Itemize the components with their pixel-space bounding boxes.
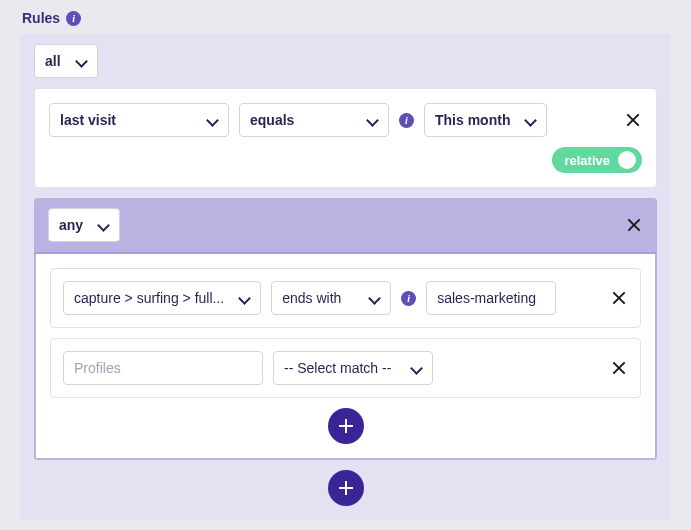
info-icon[interactable]: i (399, 113, 414, 128)
rule-row: Profiles -- Select match -- (50, 338, 641, 398)
operator-label: ends with (282, 290, 341, 306)
value-label: This month (435, 112, 510, 128)
operator-label: equals (250, 112, 294, 128)
plus-icon (339, 419, 353, 433)
info-icon[interactable]: i (66, 11, 81, 26)
chevron-down-icon (97, 221, 109, 229)
operator-select[interactable]: equals (239, 103, 389, 137)
field-input[interactable]: Profiles (63, 351, 263, 385)
relative-label: relative (564, 153, 610, 168)
combinator-label: any (59, 217, 83, 233)
field-select[interactable]: last visit (49, 103, 229, 137)
rules-title: Rules (22, 10, 60, 26)
chevron-down-icon (75, 57, 87, 65)
combinator-label: all (45, 53, 61, 69)
field-label: capture > surfing > full... (74, 290, 224, 306)
toggle-knob (618, 151, 636, 169)
add-rule-button[interactable] (328, 470, 364, 506)
outer-group-header: all (20, 34, 671, 88)
chevron-down-icon (206, 116, 218, 124)
operator-placeholder: -- Select match -- (284, 360, 391, 376)
relative-toggle[interactable]: relative (552, 147, 642, 173)
remove-rule-button[interactable] (624, 111, 642, 129)
remove-group-button[interactable] (625, 216, 643, 234)
remove-rule-button[interactable] (610, 359, 628, 377)
operator-select[interactable]: ends with (271, 281, 391, 315)
chevron-down-icon (366, 116, 378, 124)
value-text: sales-marketing (437, 290, 536, 306)
rules-header: Rules i (20, 10, 671, 26)
chevron-down-icon (238, 294, 250, 302)
relative-toggle-row: relative (49, 147, 642, 173)
inner-rule-group: any capture > surfing > full... ends wit… (34, 198, 657, 460)
field-select[interactable]: capture > surfing > full... (63, 281, 261, 315)
operator-select[interactable]: -- Select match -- (273, 351, 433, 385)
combinator-select-any[interactable]: any (48, 208, 120, 242)
inner-group-body: capture > surfing > full... ends with i … (34, 254, 657, 460)
chevron-down-icon (524, 116, 536, 124)
info-icon[interactable]: i (401, 291, 416, 306)
field-placeholder: Profiles (74, 360, 121, 376)
value-input[interactable]: sales-marketing (426, 281, 556, 315)
rule-row: last visit equals i This month (49, 103, 642, 137)
plus-icon (339, 481, 353, 495)
combinator-select-all[interactable]: all (34, 44, 98, 78)
inner-group-header: any (34, 198, 657, 254)
chevron-down-icon (410, 364, 422, 372)
remove-rule-button[interactable] (610, 289, 628, 307)
rule-row: capture > surfing > full... ends with i … (50, 268, 641, 328)
field-label: last visit (60, 112, 116, 128)
outer-rule-group: all last visit equals i This month (20, 34, 671, 520)
rules-body: last visit equals i This month relative (20, 88, 671, 520)
rule-card: last visit equals i This month relative (34, 88, 657, 188)
value-select[interactable]: This month (424, 103, 547, 137)
add-rule-button[interactable] (328, 408, 364, 444)
chevron-down-icon (368, 294, 380, 302)
